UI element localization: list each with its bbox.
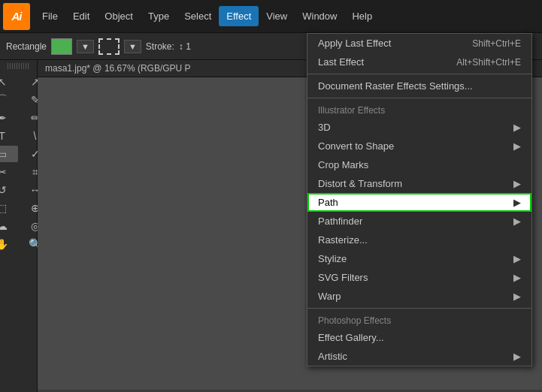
menu-edit[interactable]: Edit	[65, 6, 97, 26]
effect-path-item[interactable]: Path ▶	[307, 193, 531, 212]
menu-file[interactable]: File	[35, 6, 65, 26]
last-effect-item[interactable]: Last Effect Alt+Shift+Ctrl+E	[307, 53, 531, 71]
arrow-icon: ▶	[513, 216, 521, 227]
arrow-icon: ▶	[513, 351, 521, 362]
warp-icon: ⬚	[0, 202, 7, 214]
pencil-tool[interactable]: ✂	[0, 164, 18, 180]
rect-icon: ▭	[0, 148, 7, 160]
tools-panel: ↖ ↗ ⌒ ✎ ✒ ✏ T \ ▭ ✓	[0, 60, 38, 392]
hand-icon: ✋	[0, 238, 8, 250]
menu-object[interactable]: Object	[97, 6, 141, 26]
arrow-icon: ▶	[513, 140, 521, 152]
menu-view[interactable]: View	[259, 6, 295, 26]
arrow-icon: ▶	[513, 197, 521, 208]
panel-grip	[8, 63, 30, 69]
effect-crop-marks-item[interactable]: Crop Marks	[307, 155, 531, 174]
effect-stylize-item[interactable]: Stylize ▶	[307, 249, 531, 268]
arrow-icon: ▶	[513, 253, 521, 264]
illustrator-effects-header: Illustrator Effects	[307, 101, 531, 118]
rect-tool[interactable]: ▭	[0, 146, 18, 162]
effect-warp-item[interactable]: Warp ▶	[307, 287, 531, 306]
pen-icon: ✒	[0, 112, 7, 124]
menu-help[interactable]: Help	[344, 6, 380, 26]
fill-dropdown[interactable]: ▼	[77, 40, 94, 53]
effect-dropdown-menu: Apply Last Effect Shift+Ctrl+E Last Effe…	[307, 33, 532, 366]
arrow-icon: ▶	[513, 272, 521, 283]
menu-effect[interactable]: Effect	[219, 6, 259, 26]
type-icon: T	[0, 130, 5, 142]
apply-last-effect-item[interactable]: Apply Last Effect Shift+Ctrl+E	[307, 34, 531, 53]
menu-separator-2	[307, 98, 531, 98]
shape-builder-icon: ☁	[0, 220, 8, 232]
arrow-icon: ▶	[513, 291, 521, 302]
type-tool[interactable]: T	[0, 128, 18, 144]
effect-gallery-item[interactable]: Effect Gallery...	[307, 328, 531, 347]
menu-select[interactable]: Select	[177, 6, 219, 26]
selection-icon: ↖	[0, 76, 7, 88]
document-raster-item[interactable]: Document Raster Effects Settings...	[307, 77, 531, 95]
effect-artistic-item[interactable]: Artistic ▶	[307, 347, 531, 366]
rotate-icon: ↺	[0, 184, 7, 196]
stroke-dropdown[interactable]: ▼	[124, 40, 141, 53]
arrow-icon: ▶	[513, 178, 521, 189]
pencil-icon: ✂	[0, 166, 7, 178]
effect-convert-shape-item[interactable]: Convert to Shape ▶	[307, 137, 531, 155]
stroke-label: Stroke:	[146, 41, 174, 52]
effect-distort-item[interactable]: Distort & Transform ▶	[307, 174, 531, 193]
app-logo: Ai	[3, 3, 30, 30]
lasso-icon: ⌒	[0, 93, 8, 107]
stroke-swatch[interactable]	[98, 38, 120, 55]
photoshop-effects-header: Photoshop Effects	[307, 311, 531, 328]
warp-tool[interactable]: ⬚	[0, 200, 18, 216]
effect-svg-filters-item[interactable]: SVG Filters ▶	[307, 268, 531, 287]
menu-type[interactable]: Type	[141, 6, 177, 26]
effect-rasterize-item[interactable]: Rasterize...	[307, 231, 531, 249]
menu-separator-1	[307, 74, 531, 74]
menu-window[interactable]: Window	[295, 6, 344, 26]
hand-tool[interactable]: ✋	[0, 236, 18, 252]
effect-pathfinder-item[interactable]: Pathfinder ▶	[307, 212, 531, 231]
stroke-value: ↕ 1	[179, 41, 191, 52]
shape-label: Rectangle	[6, 41, 47, 52]
arrow-icon: ▶	[513, 122, 521, 133]
rotate-tool[interactable]: ↺	[0, 182, 18, 198]
line-icon: \	[34, 130, 37, 142]
fill-swatch[interactable]	[51, 38, 72, 55]
lasso-tool[interactable]: ⌒	[0, 92, 18, 108]
pen-tool[interactable]: ✒	[0, 110, 18, 126]
shape-builder-tool[interactable]: ☁	[0, 218, 18, 234]
effect-3d-item[interactable]: 3D ▶	[307, 118, 531, 137]
selection-tool[interactable]: ↖	[0, 74, 18, 90]
menubar: Ai File Edit Object Type Select Effect V…	[0, 0, 542, 33]
menu-separator-3	[307, 308, 531, 309]
